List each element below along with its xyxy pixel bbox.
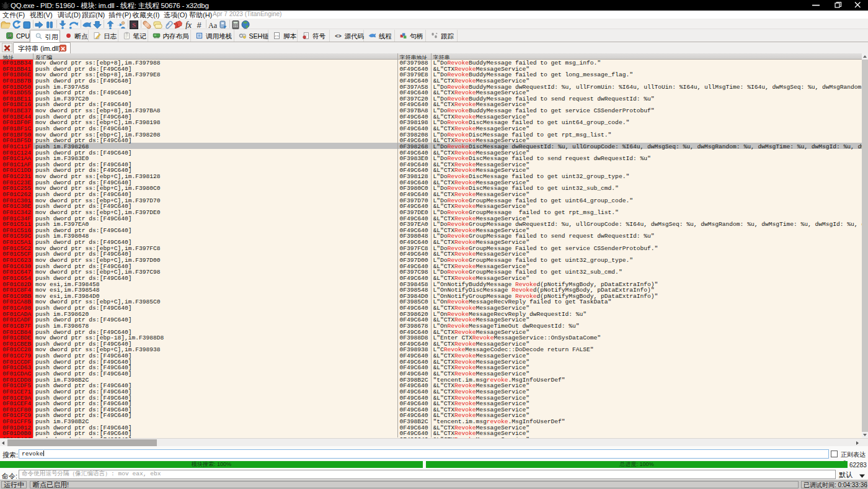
svg-text:Aa: Aa	[208, 20, 218, 29]
svg-text:fx: fx	[185, 20, 192, 30]
svg-text:<>: <>	[335, 33, 341, 39]
svg-text:#: #	[197, 20, 202, 30]
svg-text:<>: <>	[275, 34, 279, 38]
svg-text:10: 10	[8, 34, 12, 37]
svg-text:S: S	[132, 21, 136, 29]
